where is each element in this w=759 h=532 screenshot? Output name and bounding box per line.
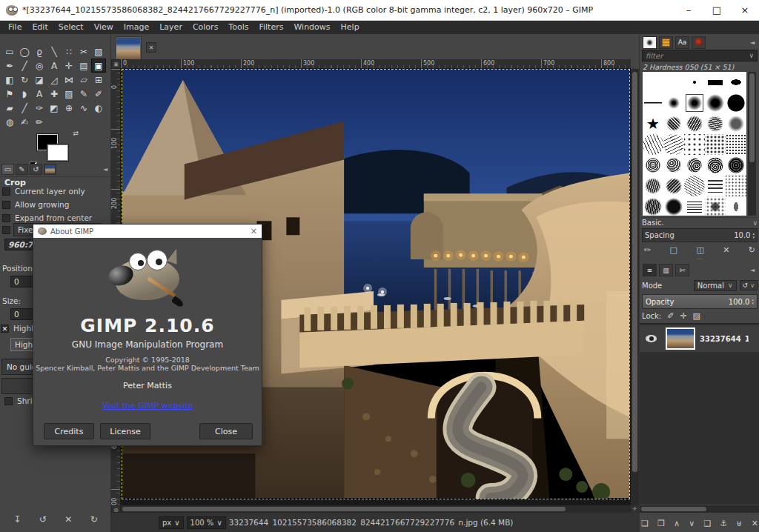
tab-brushes[interactable]: [643, 36, 657, 49]
horizontal-scrollbar[interactable]: [121, 505, 631, 513]
layer-action-button[interactable]: ❐: [657, 519, 665, 528]
delete-preset-icon[interactable]: ✕: [64, 514, 72, 525]
brush-item[interactable]: [684, 72, 705, 93]
background-color-swatch[interactable]: [47, 144, 68, 161]
tab-layers[interactable]: ≡: [643, 264, 657, 276]
checkbox-expand-from-center[interactable]: Expand from center: [2, 213, 92, 222]
spacing-slider[interactable]: Spacing 10.0 ▴▾: [642, 228, 758, 242]
brush-item[interactable]: [643, 176, 663, 196]
brush-action-button[interactable]: □: [670, 245, 677, 255]
tab-image-thumbnail[interactable]: [44, 164, 56, 175]
brush-item[interactable]: [643, 72, 663, 93]
brush-item[interactable]: [705, 113, 726, 134]
restore-preset-icon[interactable]: ↺: [39, 514, 47, 525]
tool-button[interactable]: ╱: [17, 101, 32, 115]
brush-item[interactable]: [705, 134, 726, 155]
minimize-button[interactable]: –: [675, 0, 703, 20]
lock-pixels-icon[interactable]: ✐: [667, 311, 674, 321]
tool-button[interactable]: ✐: [91, 87, 106, 101]
tool-button[interactable]: A: [32, 87, 47, 101]
collapse-dock-icon[interactable]: ◄: [748, 267, 757, 273]
tool-button[interactable]: ◗: [17, 87, 32, 101]
image-tab-close-icon[interactable]: ✕: [146, 42, 156, 53]
tool-button[interactable]: ◍: [2, 115, 17, 129]
tool-button[interactable]: ▨: [62, 87, 76, 101]
checkbox-icon[interactable]: [2, 187, 10, 196]
close-button[interactable]: ×: [731, 0, 759, 20]
navigation-button[interactable]: ✛: [631, 505, 639, 513]
tool-button[interactable]: ✂: [76, 44, 91, 59]
checkbox-allow-growing[interactable]: Allow growing: [2, 200, 69, 209]
menu-item[interactable]: Edit: [27, 21, 53, 34]
checkbox-icon[interactable]: [4, 397, 13, 405]
brush-item[interactable]: [663, 155, 684, 176]
layer-action-button[interactable]: ∨: [689, 519, 695, 528]
tool-button[interactable]: ↻: [17, 73, 32, 87]
tool-button[interactable]: ✑: [32, 101, 47, 115]
brush-item[interactable]: [663, 72, 684, 93]
horizontal-ruler[interactable]: 0100200300400500600700800: [121, 59, 631, 69]
brush-item[interactable]: [705, 196, 726, 216]
tab-device-status[interactable]: ✎: [16, 164, 28, 175]
brush-item[interactable]: [705, 155, 726, 176]
tab-document-history[interactable]: [692, 36, 706, 49]
brush-action-button[interactable]: ✏: [644, 245, 651, 255]
menu-item[interactable]: Layer: [154, 21, 188, 34]
tool-button[interactable]: ⊞: [91, 73, 106, 87]
tool-button[interactable]: ✛: [62, 59, 76, 73]
tool-button[interactable]: ◎: [32, 59, 47, 73]
tool-button[interactable]: ✎: [76, 87, 91, 101]
tool-button[interactable]: ✍: [17, 115, 32, 129]
brush-item[interactable]: [684, 134, 705, 155]
quickmask-toggle[interactable]: ▨: [111, 505, 121, 513]
menu-item[interactable]: Tools: [223, 21, 253, 34]
tool-button[interactable]: ╱: [17, 59, 32, 73]
dialog-close-icon[interactable]: ✕: [251, 227, 257, 236]
tool-button[interactable]: ◩: [47, 101, 62, 115]
tool-button[interactable]: ⚑: [2, 87, 17, 101]
brush-item[interactable]: [663, 176, 684, 196]
brush-filter-input[interactable]: filter ∨: [642, 50, 758, 61]
dialog-titlebar[interactable]: About GIMP ✕: [33, 225, 262, 238]
vertical-scrollbar[interactable]: [631, 69, 639, 505]
brush-item[interactable]: [643, 134, 663, 155]
tab-channels[interactable]: ▥: [659, 264, 673, 276]
tool-button[interactable]: ∿: [76, 101, 91, 115]
save-preset-icon[interactable]: ↧: [13, 514, 21, 525]
brush-grid-scrollbar[interactable]: [748, 72, 756, 216]
tool-button[interactable]: ▤: [76, 59, 91, 73]
brush-item[interactable]: [726, 72, 746, 93]
menu-item[interactable]: Filters: [253, 21, 288, 34]
tool-button[interactable]: ⊕: [62, 101, 76, 115]
tool-button[interactable]: ✚: [47, 87, 62, 101]
brush-item[interactable]: [705, 93, 726, 113]
tab-fonts[interactable]: Aa: [675, 36, 689, 49]
maximize-button[interactable]: □: [703, 0, 731, 20]
dock-separator-icon[interactable]: ⋯: [640, 256, 759, 262]
brush-item[interactable]: [726, 196, 746, 216]
checkbox-icon[interactable]: [2, 201, 10, 209]
menu-item[interactable]: Image: [119, 21, 154, 34]
tab-paths[interactable]: ✄: [675, 264, 689, 276]
spin-down-icon[interactable]: ▾: [752, 236, 755, 239]
menu-item[interactable]: File: [3, 21, 27, 34]
tab-patterns[interactable]: [659, 36, 673, 49]
swap-colors-icon[interactable]: ⇄: [73, 130, 79, 137]
layer-thumbnail[interactable]: [666, 327, 695, 350]
tool-button[interactable]: ◯: [17, 44, 32, 59]
layer-visibility-eye-icon[interactable]: [646, 335, 657, 342]
brush-item[interactable]: [643, 196, 663, 216]
ruler-corner-button[interactable]: ▣: [111, 59, 121, 69]
brush-item[interactable]: [705, 72, 726, 93]
brush-action-button[interactable]: ✕: [723, 245, 729, 255]
horizontal-scrollbar-handle[interactable]: [122, 507, 566, 511]
tool-button[interactable]: ∷: [62, 44, 76, 59]
brush-action-button[interactable]: ◫: [696, 245, 703, 255]
vertical-scrollbar-handle[interactable]: [632, 72, 637, 472]
unit-dropdown[interactable]: px ∨: [159, 516, 184, 529]
layer-action-button[interactable]: ❏: [641, 519, 649, 528]
layer-action-button[interactable]: ✕: [752, 519, 758, 528]
collapse-dock-icon[interactable]: ◄: [101, 166, 110, 173]
image-tab[interactable]: [115, 36, 142, 61]
credits-button[interactable]: Credits: [44, 423, 94, 439]
